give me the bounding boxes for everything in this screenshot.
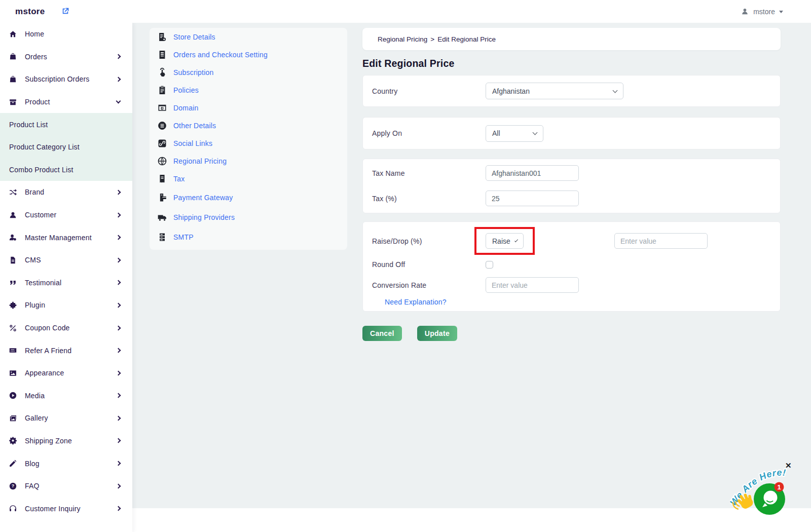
page-title: Edit Regional Price bbox=[362, 58, 781, 69]
settings-item-social-links[interactable]: Social Links bbox=[150, 134, 347, 152]
settings-item-regional-pricing[interactable]: Regional Pricing bbox=[150, 152, 347, 170]
sidebar-item-subscription-orders[interactable]: Subscription Orders bbox=[0, 68, 132, 91]
sidebar-item-plugin[interactable]: Plugin bbox=[0, 294, 132, 317]
external-link-icon[interactable] bbox=[61, 7, 70, 16]
sidebar-item-shipping-zone[interactable]: Shipping Zone bbox=[0, 430, 132, 452]
chat-widget[interactable]: We Are Here! 1 bbox=[730, 453, 811, 532]
doc-icon bbox=[157, 50, 167, 60]
chat-badge: 1 bbox=[777, 483, 781, 491]
sidebar-item-faq[interactable]: ?FAQ bbox=[0, 475, 132, 498]
country-select[interactable]: Afghanistan bbox=[486, 83, 623, 99]
raise-select-highlight: Raise bbox=[474, 227, 535, 255]
sidebar-item-testimonial[interactable]: Testimonial bbox=[0, 272, 132, 294]
tax-name-input[interactable] bbox=[486, 165, 579, 181]
card-icon bbox=[9, 346, 17, 355]
receipt-icon bbox=[157, 174, 167, 184]
sidebar-item-gallery[interactable]: Gallery bbox=[0, 407, 132, 430]
tax-percent-input[interactable] bbox=[486, 191, 579, 206]
sidebar-item-product[interactable]: Product bbox=[0, 91, 132, 113]
sidebar-subitem-product-list[interactable]: Product List bbox=[0, 113, 132, 136]
country-label: Country bbox=[372, 87, 486, 95]
chevron-right-icon bbox=[116, 212, 121, 217]
sidebar-item-appearance[interactable]: Appearance bbox=[0, 362, 132, 385]
settings-item-policies[interactable]: Policies bbox=[150, 81, 347, 99]
sidebar-item-master-management[interactable]: Master Management bbox=[0, 226, 132, 249]
apply-on-select-value: All bbox=[492, 129, 500, 137]
sidebar-item-media[interactable]: Media bbox=[0, 385, 132, 407]
headset-icon bbox=[9, 504, 17, 513]
chevron-right-icon bbox=[116, 54, 121, 59]
sidebar-item-brand[interactable]: Brand bbox=[0, 181, 132, 204]
raise-drop-label: Raise/Drop (%) bbox=[372, 237, 486, 245]
bag-icon bbox=[9, 75, 17, 84]
chevron-down-icon bbox=[116, 99, 121, 104]
round-off-checkbox[interactable] bbox=[486, 261, 493, 269]
chevron-right-icon bbox=[116, 348, 121, 353]
settings-item-domain[interactable]: Domain bbox=[150, 99, 347, 117]
breadcrumb-parent[interactable]: Regional Pricing bbox=[378, 35, 427, 43]
breadcrumb-separator: > bbox=[430, 35, 434, 43]
settings-item-orders-and-checkout-setting[interactable]: Orders and Checkout Setting bbox=[150, 46, 347, 63]
round-off-label: Round Off bbox=[372, 260, 486, 269]
raise-drop-select-value: Raise bbox=[492, 237, 510, 245]
app-root: mstore mstore HomeOrdersSubscription Ord… bbox=[0, 0, 811, 532]
settings-item-shipping-providers[interactable]: Shipping Providers bbox=[150, 207, 347, 227]
chevron-right-icon bbox=[116, 235, 121, 240]
chevron-down-icon bbox=[514, 238, 518, 242]
raise-drop-card: Raise/Drop (%) Raise Round Off Conversio… bbox=[362, 221, 781, 312]
settings-item-payment-gateway[interactable]: Payment Gateway bbox=[150, 187, 347, 207]
settings-item-store-details[interactable]: Store Details bbox=[150, 28, 347, 46]
person-icon bbox=[9, 211, 17, 219]
chevron-right-icon bbox=[116, 438, 121, 443]
chevron-down-icon bbox=[613, 88, 618, 93]
app-logo: mstore bbox=[15, 0, 45, 23]
raise-drop-value-input[interactable] bbox=[614, 233, 708, 249]
bag-icon bbox=[9, 52, 17, 61]
settings-item-tax[interactable]: Tax bbox=[150, 170, 347, 187]
conversion-rate-input[interactable] bbox=[486, 277, 579, 293]
sidebar-subitem-product-category-list[interactable]: Product Category List bbox=[0, 136, 132, 159]
raise-drop-select[interactable]: Raise bbox=[486, 233, 524, 249]
sidebar-subitem-combo-product-list[interactable]: Combo Product List bbox=[0, 159, 132, 181]
form-actions: Cancel Update bbox=[362, 326, 781, 341]
settings-item-subscription[interactable]: Subscription bbox=[150, 63, 347, 81]
country-select-value: Afghanistan bbox=[492, 87, 530, 95]
settings-menu: Store DetailsOrders and Checkout Setting… bbox=[150, 28, 347, 250]
sidebar-item-cms[interactable]: CMS bbox=[0, 249, 132, 272]
chevron-right-icon bbox=[116, 370, 121, 375]
settings-item-smtp[interactable]: SMTP bbox=[150, 227, 347, 247]
sidebar-item-coupon-code[interactable]: Coupon Code bbox=[0, 317, 132, 339]
cancel-button[interactable]: Cancel bbox=[362, 326, 402, 341]
store-icon bbox=[157, 32, 167, 42]
apply-on-label: Apply On bbox=[372, 129, 486, 137]
apply-on-card: Apply On All bbox=[362, 117, 781, 149]
chat-close-icon[interactable]: ✕ bbox=[785, 462, 792, 469]
svg-text:?: ? bbox=[12, 483, 15, 488]
sidebar-item-blog[interactable]: Blog bbox=[0, 452, 132, 475]
chevron-right-icon bbox=[116, 393, 121, 398]
percent-icon bbox=[9, 324, 17, 332]
chevron-right-icon bbox=[116, 257, 121, 262]
globe-icon bbox=[157, 156, 167, 166]
sidebar-item-customer[interactable]: Customer bbox=[0, 204, 132, 226]
update-button[interactable]: Update bbox=[417, 326, 457, 341]
sidebar-nav: HomeOrdersSubscription OrdersProductProd… bbox=[0, 23, 132, 532]
clipboard-icon bbox=[157, 85, 167, 95]
chevron-right-icon bbox=[116, 483, 121, 488]
topbar: mstore mstore bbox=[0, 0, 811, 23]
need-explanation-link[interactable]: Need Explanation? bbox=[385, 298, 447, 306]
chevron-right-icon bbox=[116, 461, 121, 466]
tax-card: Tax Name Tax (%) bbox=[362, 159, 781, 213]
sidebar-item-customer-inquiry[interactable]: Customer Inquiry bbox=[0, 497, 132, 520]
chevron-right-icon bbox=[116, 190, 121, 195]
chat-bubble-button: 1 bbox=[754, 482, 785, 515]
breadcrumb: Regional Pricing > Edit Regional Price bbox=[362, 28, 781, 50]
apply-on-select[interactable]: All bbox=[486, 125, 543, 142]
sidebar-item-orders[interactable]: Orders bbox=[0, 46, 132, 68]
user-menu[interactable]: mstore bbox=[741, 0, 783, 23]
tax-percent-label: Tax (%) bbox=[372, 195, 486, 203]
chevron-right-icon bbox=[116, 280, 121, 285]
sidebar-item-home[interactable]: Home bbox=[0, 23, 132, 46]
settings-item-other-details[interactable]: Other Details bbox=[150, 117, 347, 134]
sidebar-item-refer-a-friend[interactable]: Refer A Friend bbox=[0, 339, 132, 362]
